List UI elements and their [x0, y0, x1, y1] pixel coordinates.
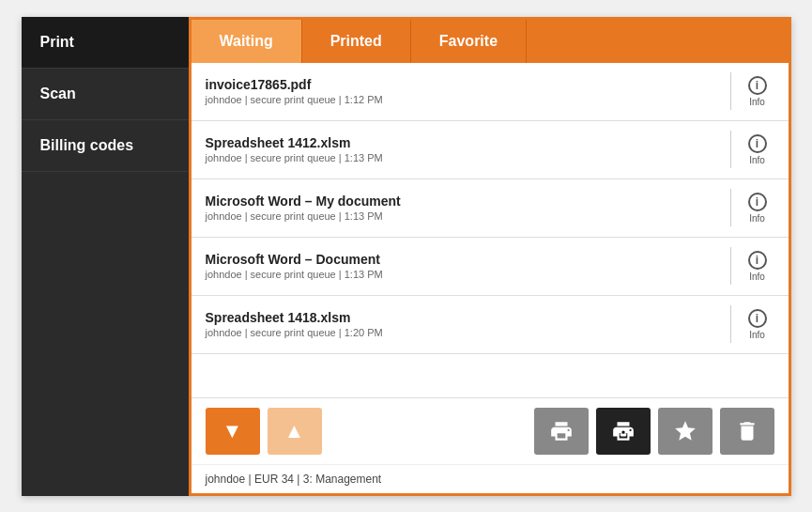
doc-meta-2: johndoe | secure print queue | 1:13 PM: [206, 152, 721, 163]
tab-favorite[interactable]: Favorite: [411, 20, 527, 63]
divider-5: [730, 305, 731, 343]
table-row[interactable]: Microsoft Word – My document johndoe | s…: [192, 179, 789, 238]
star-icon: [673, 419, 697, 443]
sidebar: Print Scan Billing codes: [22, 17, 189, 496]
print-button[interactable]: [534, 408, 589, 455]
doc-name-2: Spreadsheet 1412.xlsm: [206, 135, 721, 150]
info-label-4: Info: [749, 272, 765, 282]
doc-info-3: Microsoft Word – My document johndoe | s…: [206, 194, 721, 222]
favorite-button[interactable]: [658, 408, 712, 455]
sidebar-item-billing-codes[interactable]: Billing codes: [22, 120, 189, 172]
divider-4: [730, 247, 731, 285]
svg-point-1: [621, 430, 624, 433]
secure-print-icon: [611, 419, 636, 443]
info-button-4[interactable]: i Info: [741, 247, 774, 286]
tab-waiting[interactable]: Waiting: [192, 20, 302, 63]
table-row[interactable]: Spreadsheet 1418.xlsm johndoe | secure p…: [192, 296, 789, 354]
doc-meta-1: johndoe | secure print queue | 1:12 PM: [206, 94, 721, 105]
sidebar-item-scan[interactable]: Scan: [22, 69, 189, 120]
doc-meta-4: johndoe | secure print queue | 1:13 PM: [206, 269, 721, 280]
app-container: Print Scan Billing codes Waiting Printed…: [22, 17, 791, 496]
secure-print-button[interactable]: [596, 408, 651, 455]
info-label-5: Info: [749, 330, 765, 340]
info-icon-3: i: [748, 193, 767, 211]
scroll-up-button[interactable]: ▲: [268, 408, 322, 455]
info-button-3[interactable]: i Info: [741, 189, 774, 227]
table-row[interactable]: Microsoft Word – Document johndoe | secu…: [192, 238, 789, 296]
divider-2: [730, 131, 731, 168]
info-button-5[interactable]: i Info: [741, 305, 774, 344]
doc-name-3: Microsoft Word – My document: [206, 194, 721, 209]
status-text: johndoe | EUR 34 | 3: Management: [206, 473, 382, 486]
info-icon-2: i: [748, 134, 767, 153]
doc-name-4: Microsoft Word – Document: [206, 252, 721, 267]
info-label-2: Info: [749, 155, 765, 165]
info-button-2[interactable]: i Info: [741, 131, 774, 169]
doc-name-5: Spreadsheet 1418.xlsm: [206, 310, 721, 325]
info-icon-5: i: [748, 309, 767, 328]
doc-info-5: Spreadsheet 1418.xlsm johndoe | secure p…: [206, 310, 721, 338]
divider-1: [730, 72, 731, 110]
trash-icon: [735, 419, 759, 443]
table-row[interactable]: invoice17865.pdf johndoe | secure print …: [192, 63, 789, 121]
doc-name-1: invoice17865.pdf: [206, 77, 721, 92]
document-list: invoice17865.pdf johndoe | secure print …: [192, 63, 789, 397]
doc-info-4: Microsoft Word – Document johndoe | secu…: [206, 252, 721, 280]
doc-meta-3: johndoe | secure print queue | 1:13 PM: [206, 210, 721, 222]
info-icon-1: i: [748, 76, 767, 95]
divider-3: [730, 189, 731, 226]
action-toolbar: ▼ ▲: [192, 397, 789, 464]
print-icon: [549, 419, 574, 443]
sidebar-item-print[interactable]: Print: [22, 17, 189, 69]
status-bar: johndoe | EUR 34 | 3: Management: [192, 464, 789, 493]
delete-button[interactable]: [720, 408, 774, 455]
scroll-down-button[interactable]: ▼: [206, 408, 260, 455]
info-button-1[interactable]: i Info: [741, 72, 774, 111]
main-panel: Waiting Printed Favorite invoice17865.pd…: [189, 17, 791, 496]
info-label-1: Info: [749, 97, 765, 107]
doc-info-2: Spreadsheet 1412.xlsm johndoe | secure p…: [206, 135, 721, 163]
info-icon-4: i: [748, 251, 767, 270]
info-label-3: Info: [749, 213, 765, 224]
doc-meta-5: johndoe | secure print queue | 1:20 PM: [206, 327, 721, 338]
table-row[interactable]: Spreadsheet 1412.xlsm johndoe | secure p…: [192, 121, 789, 179]
doc-info-1: invoice17865.pdf johndoe | secure print …: [206, 77, 721, 105]
tab-bar: Waiting Printed Favorite: [192, 20, 789, 63]
tab-printed[interactable]: Printed: [302, 20, 411, 63]
